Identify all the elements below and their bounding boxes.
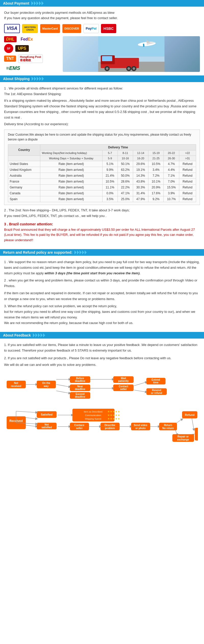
svg-line-33 xyxy=(192,416,194,430)
shipping-para1: 1 . We provide all kinds different shipm… xyxy=(4,86,200,91)
wait-patiently-label2: patiently xyxy=(118,380,129,382)
col-16-20: 16-20 xyxy=(133,156,148,161)
item-desc-stars: ★★★★★ xyxy=(107,410,120,413)
chevron-1 xyxy=(31,1,33,5)
payment-logos: VISA WESTERNUNION MasterCard DISCOVER Pa… xyxy=(4,24,200,33)
country-cell: United Kingdom xyxy=(8,167,40,173)
flowchart-svg: Not received On the way Before deadline … xyxy=(4,372,198,453)
repair-exchange-label: Repair or xyxy=(177,435,189,438)
pct-cell: 3.5% xyxy=(102,196,118,202)
table-row: SpainRate (item arrived)3.5%25.0%47.9%9.… xyxy=(8,196,196,202)
shipping-para2: The 1st: AliExpress Standard Shipping: xyxy=(4,91,200,97)
contact-seller2-label2: seller xyxy=(76,427,83,430)
s-chevron-3 xyxy=(37,77,39,81)
col-gt31: >31 xyxy=(179,156,196,161)
country-cell: United States xyxy=(8,161,40,167)
col-15-19: 15-19 xyxy=(148,150,164,156)
chevrons-decoration-2 xyxy=(32,77,44,81)
pct-cell: Refund xyxy=(179,167,196,173)
table-row: AustraliaRate (item arrived)21.4%50.0%14… xyxy=(8,173,196,178)
pct-cell: 20.9% xyxy=(148,184,164,190)
not-received-label2: received xyxy=(11,385,21,388)
svg-line-57 xyxy=(16,411,37,413)
payment-text-1: Our buyer protection only protects payme… xyxy=(4,10,200,16)
col-5-9: 5-9 xyxy=(102,156,118,161)
col-gt22: >22 xyxy=(179,150,196,156)
sub-empty xyxy=(8,156,40,161)
carrier-row-1: DHL FedEx xyxy=(4,36,60,42)
shipping-speed-stars: ★★★★★ xyxy=(107,417,120,420)
shipping-text-2: 2 . The 2nd: Non-free shipping-- DHL,UPS… xyxy=(4,208,200,219)
rate-cell: Rate (item arrived) xyxy=(40,178,103,184)
shipping-para6: If you need DHL,UPS, FEDEX, TNT, pls con… xyxy=(4,213,200,219)
country-cell: Spain xyxy=(8,196,40,202)
exceed-deadline-label: Exceed xyxy=(75,393,84,395)
r-chevron-1 xyxy=(74,250,76,254)
pct-cell: 19.1% xyxy=(133,167,148,173)
delivery-table-body: United StatesRate (item arrived)5.1%50.1… xyxy=(8,161,196,202)
ups-logo: UPS xyxy=(15,45,29,52)
contact-seller2-label: Contace xyxy=(74,424,84,427)
not-satisfied-label2: satisfied xyxy=(42,426,52,429)
r-chevron-5 xyxy=(85,250,87,254)
describe-problem-label2: problem xyxy=(105,427,115,430)
near-deadline-label2: deadline xyxy=(75,388,85,391)
resend-or-refund-label2: or refund xyxy=(151,392,162,394)
chevrons-decoration-4 xyxy=(33,333,45,337)
pct-cell: 30.3% xyxy=(133,184,148,190)
return-para3: if the item can be accepted and repaired… xyxy=(4,290,200,302)
flowchart-container: Not received On the way Before deadline … xyxy=(4,372,200,454)
payment-section: About Payment Our buyer protection only … xyxy=(0,0,204,75)
western-union-logo: WESTERNUNION xyxy=(22,24,38,33)
not-satisfied-label: Not xyxy=(45,423,49,426)
fedex-logo: FedEx xyxy=(19,36,35,42)
table-row: United StatesRate (item arrived)5.1%50.1… xyxy=(8,161,196,167)
country-cell: France xyxy=(8,178,40,184)
on-the-way-label: On the xyxy=(42,382,50,384)
not-received-label: Not xyxy=(14,382,18,384)
feedback-section: About Feedback 1. If you are satisfied w… xyxy=(0,332,204,458)
col-8-11: 8-11 xyxy=(118,150,133,156)
pct-cell: 31.4% xyxy=(133,190,148,196)
rate-cell: Rate (item arrived) xyxy=(40,184,103,190)
country-cell: Australia xyxy=(8,173,40,178)
svg-line-23 xyxy=(134,390,147,392)
contact-seller-label: Contact xyxy=(119,385,128,388)
payment-header: About Payment xyxy=(0,0,204,7)
describe-problem-label: Describe xyxy=(105,424,116,427)
pct-cell: Refund xyxy=(179,178,196,184)
chevron-3 xyxy=(36,1,39,5)
return-para6: We are not recommending the return polic… xyxy=(4,320,200,326)
chevrons-decoration-3 xyxy=(74,250,87,254)
extend-time-label2: time xyxy=(153,381,159,384)
shipping-para5: 2 . The 2nd: Non-free shipping-- DHL,UPS… xyxy=(4,208,200,213)
pct-cell: 50.0% xyxy=(118,173,133,178)
feedback-para1: 1. If you are satisfied with our items, … xyxy=(4,342,200,353)
pct-cell: Refund xyxy=(179,161,196,167)
pct-cell: 4.7% xyxy=(164,161,179,167)
pct-cell: 21.4% xyxy=(102,173,118,178)
pct-cell: 22.2% xyxy=(118,184,133,190)
table-row: FranceRate (item arrived)10.5%28.6%43.8%… xyxy=(8,178,196,184)
svg-point-13 xyxy=(128,67,130,70)
f-chevron-4 xyxy=(41,333,43,337)
sub-working-days-sat-sun: Working Days + Ssturday + Sunday xyxy=(40,156,103,161)
svg-point-11 xyxy=(106,67,108,70)
col-delivery-time: Delivery Time xyxy=(40,144,196,150)
before-deadline-label: Before xyxy=(76,377,84,380)
rate-cell: Rate (item arrived) xyxy=(40,190,103,196)
item-desc-label: Item as Described: xyxy=(84,410,103,413)
extend-time-label: Extend xyxy=(151,378,160,381)
pct-cell: 7.2% xyxy=(148,173,164,178)
tnt-logo: TNT xyxy=(4,56,16,62)
brazil-title: 3 . Brazil customer attention: xyxy=(4,222,53,226)
s-chevron-2 xyxy=(34,77,36,81)
no-return-label: No return xyxy=(162,427,174,430)
brazil-notice: 3 . Brazil customer attention: Brazil Po… xyxy=(4,221,200,243)
pct-cell: 43.8% xyxy=(133,178,148,184)
pct-cell: 10.1% xyxy=(148,178,164,184)
visa-logo: VISA xyxy=(4,24,20,33)
carrier-row-2: SF UPS xyxy=(4,44,60,53)
on-the-way-label2: way xyxy=(44,385,49,388)
carrier-row-4: ≡EMS xyxy=(4,65,60,72)
